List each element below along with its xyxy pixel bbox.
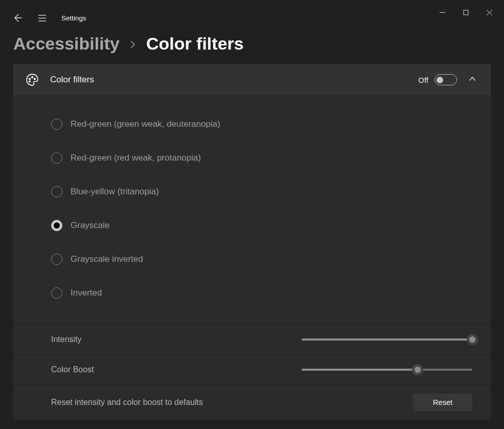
svg-point-10 <box>29 81 30 82</box>
svg-point-9 <box>34 78 35 79</box>
back-button[interactable] <box>8 9 27 27</box>
radio-label: Grayscale inverted <box>71 254 143 264</box>
color-boost-slider[interactable] <box>302 364 472 376</box>
radio-protanopia[interactable]: Red-green (red weak, protanopia) <box>13 141 491 175</box>
intensity-row: Intensity <box>13 324 491 354</box>
card-header[interactable]: Color filters Off <box>13 64 491 96</box>
color-boost-label: Color Boost <box>51 365 302 374</box>
reset-button[interactable]: Reset <box>413 394 472 411</box>
chevron-up-icon[interactable] <box>468 75 476 85</box>
slider-fill <box>302 338 472 341</box>
palette-icon <box>26 73 39 86</box>
color-filters-card: Color filters Off Red-green (green weak,… <box>13 64 491 420</box>
intensity-label: Intensity <box>51 335 302 344</box>
slider-thumb[interactable] <box>412 364 423 375</box>
app-title: Settings <box>61 14 86 22</box>
radio-icon <box>51 287 62 299</box>
radio-deuteranopia[interactable]: Red-green (green weak, deuteranopia) <box>13 107 491 141</box>
radio-icon <box>51 119 62 130</box>
reset-row: Reset intensity and color boost to defau… <box>13 385 491 420</box>
slider-fill <box>302 369 418 371</box>
breadcrumb: Accessibility Color filters <box>0 31 504 64</box>
topbar: Settings <box>0 11 504 25</box>
radio-label: Grayscale <box>71 220 110 231</box>
color-filters-toggle-wrap: Off <box>418 74 457 85</box>
toggle-knob <box>437 77 443 83</box>
radio-tritanopia[interactable]: Blue-yellow (tritanopia) <box>13 175 491 209</box>
color-filters-toggle[interactable] <box>434 74 457 85</box>
filter-options: Red-green (green weak, deuteranopia) Red… <box>13 96 491 324</box>
close-button[interactable] <box>477 4 501 20</box>
radio-icon <box>51 152 62 164</box>
radio-label: Red-green (green weak, deuteranopia) <box>71 119 220 129</box>
radio-label: Red-green (red weak, protanopia) <box>71 153 201 163</box>
breadcrumb-parent[interactable]: Accessibility <box>13 34 120 54</box>
radio-icon <box>51 254 62 265</box>
radio-label: Inverted <box>71 288 102 298</box>
slider-thumb[interactable] <box>467 334 478 345</box>
minimize-button[interactable] <box>430 4 454 20</box>
intensity-slider[interactable] <box>302 333 472 346</box>
chevron-right-icon <box>129 36 137 52</box>
svg-rect-1 <box>464 10 468 15</box>
radio-label: Blue-yellow (tritanopia) <box>71 187 159 197</box>
radio-inverted[interactable]: Inverted <box>13 276 491 310</box>
hamburger-button[interactable] <box>33 9 51 27</box>
radio-grayscale[interactable]: Grayscale <box>13 209 491 242</box>
svg-point-7 <box>29 78 30 79</box>
card-title: Color filters <box>50 75 418 85</box>
maximize-button[interactable] <box>454 4 477 20</box>
color-boost-row: Color Boost <box>13 354 491 385</box>
breadcrumb-current: Color filters <box>146 34 244 54</box>
radio-icon <box>51 186 62 197</box>
svg-point-8 <box>32 77 33 78</box>
reset-label: Reset intensity and color boost to defau… <box>51 398 413 407</box>
toggle-state-label: Off <box>418 76 428 84</box>
radio-icon <box>51 220 62 231</box>
radio-grayscale-inverted[interactable]: Grayscale inverted <box>13 242 491 276</box>
